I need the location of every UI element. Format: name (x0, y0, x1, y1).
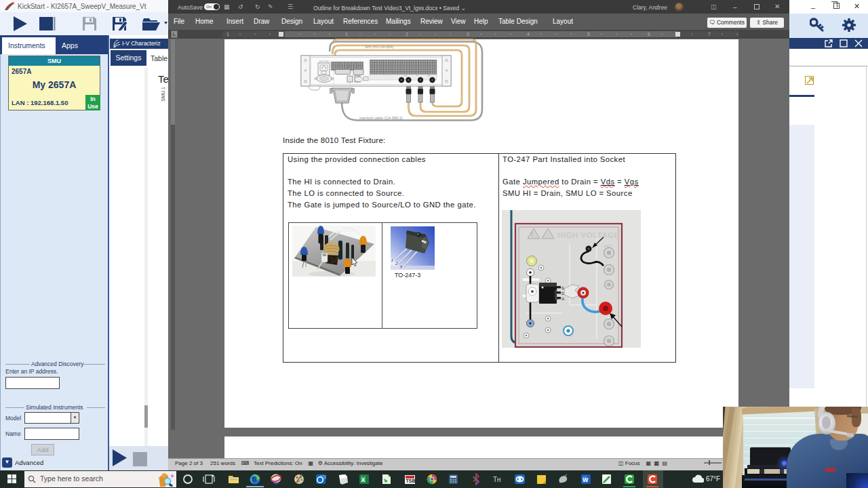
svg-text:Tн: Tн (493, 476, 501, 483)
svg-text:W: W (583, 476, 589, 483)
svg-text:TSB: TSB (406, 479, 416, 483)
svg-text:X: X (361, 476, 366, 483)
